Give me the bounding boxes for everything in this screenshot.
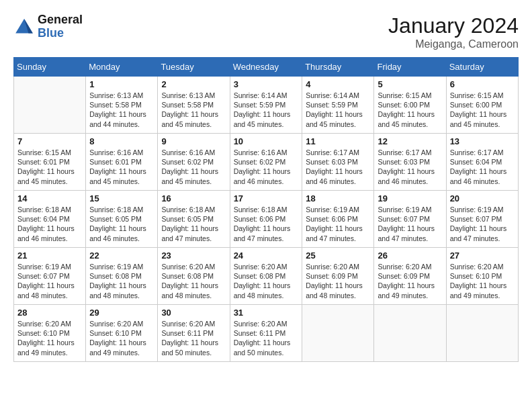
calendar-cell: 21Sunrise: 6:19 AMSunset: 6:07 PMDayligh… [14, 248, 86, 305]
day-info: Sunrise: 6:18 AMSunset: 6:05 PMDaylight:… [89, 205, 154, 243]
calendar-cell: 27Sunrise: 6:20 AMSunset: 6:10 PMDayligh… [446, 248, 518, 305]
day-number: 2 [161, 79, 226, 89]
calendar-cell: 23Sunrise: 6:20 AMSunset: 6:08 PMDayligh… [158, 248, 230, 305]
calendar-cell: 13Sunrise: 6:17 AMSunset: 6:04 PMDayligh… [446, 134, 518, 191]
logo: General Blue [13, 13, 83, 40]
day-info: Sunrise: 6:19 AMSunset: 6:07 PMDaylight:… [17, 262, 82, 300]
header-friday: Friday [374, 58, 446, 77]
day-number: 23 [161, 250, 226, 261]
day-number: 4 [306, 79, 370, 89]
calendar-week-row: 1Sunrise: 6:13 AMSunset: 5:58 PMDaylight… [14, 77, 519, 134]
calendar-cell: 26Sunrise: 6:20 AMSunset: 6:09 PMDayligh… [374, 248, 446, 305]
day-info: Sunrise: 6:20 AMSunset: 6:08 PMDaylight:… [234, 262, 299, 300]
calendar-cell: 18Sunrise: 6:19 AMSunset: 6:06 PMDayligh… [302, 191, 374, 248]
day-info: Sunrise: 6:20 AMSunset: 6:11 PMDaylight:… [234, 319, 299, 357]
calendar-cell: 28Sunrise: 6:20 AMSunset: 6:10 PMDayligh… [14, 305, 86, 362]
day-info: Sunrise: 6:18 AMSunset: 6:05 PMDaylight:… [161, 205, 226, 243]
page-header: General Blue January 2024 Meiganga, Came… [13, 13, 519, 50]
calendar-table: SundayMondayTuesdayWednesdayThursdayFrid… [13, 57, 519, 362]
day-number: 17 [234, 193, 299, 203]
day-info: Sunrise: 6:17 AMSunset: 6:03 PMDaylight:… [378, 148, 442, 186]
calendar-title: January 2024 [388, 13, 519, 38]
calendar-week-row: 28Sunrise: 6:20 AMSunset: 6:10 PMDayligh… [14, 305, 519, 362]
calendar-cell: 4Sunrise: 6:14 AMSunset: 5:59 PMDaylight… [302, 77, 374, 134]
day-number: 11 [306, 136, 370, 146]
day-number: 1 [89, 79, 154, 89]
day-number: 31 [234, 308, 299, 318]
calendar-cell: 31Sunrise: 6:20 AMSunset: 6:11 PMDayligh… [230, 305, 302, 362]
header-sunday: Sunday [14, 58, 86, 77]
calendar-week-row: 7Sunrise: 6:15 AMSunset: 6:01 PMDaylight… [14, 134, 519, 191]
header-wednesday: Wednesday [230, 58, 302, 77]
calendar-subtitle: Meiganga, Cameroon [388, 38, 519, 50]
calendar-cell [446, 305, 518, 362]
day-info: Sunrise: 6:18 AMSunset: 6:04 PMDaylight:… [17, 205, 82, 243]
day-info: Sunrise: 6:20 AMSunset: 6:10 PMDaylight:… [450, 262, 515, 300]
day-number: 3 [234, 79, 299, 89]
day-number: 8 [89, 136, 154, 146]
day-info: Sunrise: 6:20 AMSunset: 6:11 PMDaylight:… [161, 319, 226, 357]
calendar-cell: 20Sunrise: 6:19 AMSunset: 6:07 PMDayligh… [446, 191, 518, 248]
calendar-cell: 5Sunrise: 6:15 AMSunset: 6:00 PMDaylight… [374, 77, 446, 134]
day-info: Sunrise: 6:19 AMSunset: 6:06 PMDaylight:… [306, 205, 370, 243]
day-info: Sunrise: 6:13 AMSunset: 5:58 PMDaylight:… [89, 91, 154, 129]
header-tuesday: Tuesday [158, 58, 230, 77]
calendar-cell: 1Sunrise: 6:13 AMSunset: 5:58 PMDaylight… [86, 77, 158, 134]
calendar-cell: 29Sunrise: 6:20 AMSunset: 6:10 PMDayligh… [86, 305, 158, 362]
day-info: Sunrise: 6:17 AMSunset: 6:04 PMDaylight:… [450, 148, 515, 186]
day-info: Sunrise: 6:18 AMSunset: 6:06 PMDaylight:… [234, 205, 299, 243]
day-number: 20 [450, 193, 515, 203]
logo-line1: General [38, 13, 83, 27]
calendar-week-row: 14Sunrise: 6:18 AMSunset: 6:04 PMDayligh… [14, 191, 519, 248]
calendar-cell: 9Sunrise: 6:16 AMSunset: 6:02 PMDaylight… [158, 134, 230, 191]
day-number: 22 [89, 250, 154, 261]
day-info: Sunrise: 6:16 AMSunset: 6:02 PMDaylight:… [161, 148, 226, 186]
day-info: Sunrise: 6:19 AMSunset: 6:08 PMDaylight:… [89, 262, 154, 300]
day-number: 14 [17, 193, 82, 203]
title-block: January 2024 Meiganga, Cameroon [388, 13, 519, 50]
day-number: 26 [378, 250, 442, 261]
day-info: Sunrise: 6:14 AMSunset: 5:59 PMDaylight:… [306, 91, 370, 129]
logo-icon [13, 16, 35, 38]
day-info: Sunrise: 6:20 AMSunset: 6:09 PMDaylight:… [306, 262, 370, 300]
calendar-cell: 22Sunrise: 6:19 AMSunset: 6:08 PMDayligh… [86, 248, 158, 305]
day-info: Sunrise: 6:19 AMSunset: 6:07 PMDaylight:… [450, 205, 515, 243]
calendar-cell: 25Sunrise: 6:20 AMSunset: 6:09 PMDayligh… [302, 248, 374, 305]
day-info: Sunrise: 6:13 AMSunset: 5:58 PMDaylight:… [161, 91, 226, 129]
day-info: Sunrise: 6:15 AMSunset: 6:00 PMDaylight:… [378, 91, 442, 129]
day-number: 24 [234, 250, 299, 261]
logo-line2: Blue [38, 27, 83, 40]
day-number: 15 [89, 193, 154, 203]
calendar-cell: 8Sunrise: 6:16 AMSunset: 6:01 PMDaylight… [86, 134, 158, 191]
day-info: Sunrise: 6:20 AMSunset: 6:08 PMDaylight:… [161, 262, 226, 300]
calendar-cell: 15Sunrise: 6:18 AMSunset: 6:05 PMDayligh… [86, 191, 158, 248]
calendar-cell [374, 305, 446, 362]
day-info: Sunrise: 6:20 AMSunset: 6:10 PMDaylight:… [17, 319, 82, 357]
day-info: Sunrise: 6:14 AMSunset: 5:59 PMDaylight:… [234, 91, 299, 129]
calendar-cell: 14Sunrise: 6:18 AMSunset: 6:04 PMDayligh… [14, 191, 86, 248]
calendar-week-row: 21Sunrise: 6:19 AMSunset: 6:07 PMDayligh… [14, 248, 519, 305]
calendar-cell [14, 77, 86, 134]
day-info: Sunrise: 6:15 AMSunset: 6:00 PMDaylight:… [450, 91, 515, 129]
day-number: 27 [450, 250, 515, 261]
calendar-cell: 12Sunrise: 6:17 AMSunset: 6:03 PMDayligh… [374, 134, 446, 191]
day-info: Sunrise: 6:20 AMSunset: 6:10 PMDaylight:… [89, 319, 154, 357]
day-number: 25 [306, 250, 370, 261]
day-number: 28 [17, 308, 82, 318]
day-info: Sunrise: 6:17 AMSunset: 6:03 PMDaylight:… [306, 148, 370, 186]
day-info: Sunrise: 6:19 AMSunset: 6:07 PMDaylight:… [378, 205, 442, 243]
day-number: 29 [89, 308, 154, 318]
header-monday: Monday [86, 58, 158, 77]
day-number: 6 [450, 79, 515, 89]
day-number: 7 [17, 136, 82, 146]
calendar-header-row: SundayMondayTuesdayWednesdayThursdayFrid… [14, 58, 519, 77]
day-info: Sunrise: 6:16 AMSunset: 6:02 PMDaylight:… [234, 148, 299, 186]
calendar-cell: 16Sunrise: 6:18 AMSunset: 6:05 PMDayligh… [158, 191, 230, 248]
day-number: 21 [17, 250, 82, 261]
calendar-cell: 10Sunrise: 6:16 AMSunset: 6:02 PMDayligh… [230, 134, 302, 191]
day-info: Sunrise: 6:15 AMSunset: 6:01 PMDaylight:… [17, 148, 82, 186]
day-number: 30 [161, 308, 226, 318]
header-saturday: Saturday [446, 58, 518, 77]
calendar-cell: 30Sunrise: 6:20 AMSunset: 6:11 PMDayligh… [158, 305, 230, 362]
calendar-cell [302, 305, 374, 362]
